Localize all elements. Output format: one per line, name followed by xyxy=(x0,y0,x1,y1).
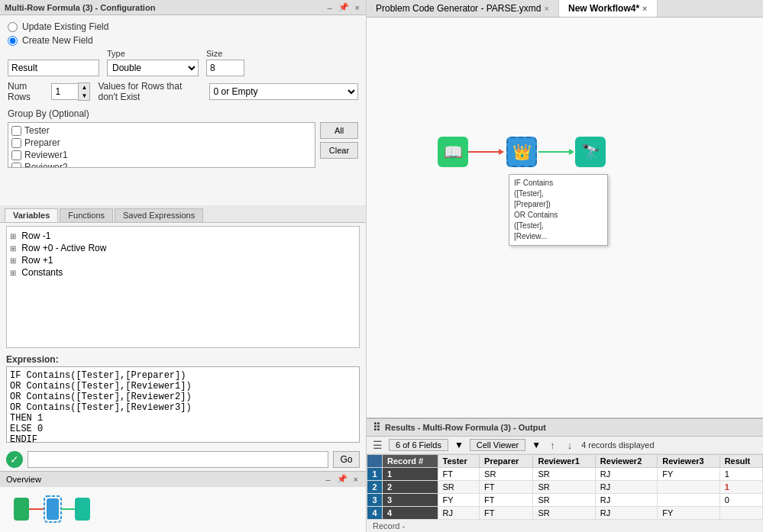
svg-rect-5 xyxy=(75,498,90,521)
reviewer1-checkbox[interactable] xyxy=(11,150,21,160)
result-cell: 0 xyxy=(719,494,762,507)
tester-label: Tester xyxy=(24,125,50,136)
create-new-radio[interactable] xyxy=(8,36,18,46)
checkbox-tester: Tester xyxy=(10,124,313,137)
check-icon: ✓ xyxy=(6,451,23,468)
tab-saved-expressions[interactable]: Saved Expressions xyxy=(115,208,203,222)
record-cell: 2 xyxy=(383,481,438,494)
records-info: 4 records displayed xyxy=(581,440,654,450)
svg-rect-0 xyxy=(14,498,29,521)
expander-icon4: ⊞ xyxy=(10,269,16,277)
numrows-input[interactable] xyxy=(51,83,78,100)
values-select[interactable]: 0 or Empty Null Use Row Value xyxy=(209,83,358,100)
dots-icon: ⠿ xyxy=(373,421,380,434)
reviewer1-cell: SR xyxy=(533,494,595,507)
overview-minimize[interactable]: – xyxy=(324,474,331,484)
reviewer2-cell: RJ xyxy=(595,481,657,494)
sort-asc-btn[interactable]: ↑ xyxy=(547,440,558,451)
spinner-buttons: ▲ ▼ xyxy=(78,82,90,101)
field-name-input[interactable] xyxy=(8,60,99,76)
expression-textarea[interactable]: IF Contains([Tester],[Preparer]) OR Cont… xyxy=(6,366,360,443)
workflow-node-reader[interactable]: 📖 xyxy=(438,137,468,167)
left-panel-titlebar: Multi-Row Formula (3) - Configuration – … xyxy=(0,0,366,15)
size-group: Size xyxy=(206,49,244,76)
close-left-btn[interactable]: × xyxy=(354,2,361,12)
spinner-down[interactable]: ▼ xyxy=(79,92,89,100)
go-row: ✓ Go xyxy=(6,451,360,468)
create-new-label: Create New Field xyxy=(22,35,93,46)
field-config-row: Type Double Float Int32 String Size xyxy=(8,49,358,76)
browse-node-icon: 🔭 xyxy=(575,137,606,167)
size-input[interactable] xyxy=(206,60,244,76)
overview-close[interactable]: × xyxy=(352,474,360,484)
cell-viewer-dropdown: ▼ xyxy=(532,440,541,450)
tester-checkbox[interactable] xyxy=(11,126,21,136)
tab-parse-workflow[interactable]: Problem Code Generator - PARSE.yxmd × xyxy=(367,0,559,17)
update-existing-radio[interactable] xyxy=(8,22,18,32)
sort-desc-btn[interactable]: ↓ xyxy=(564,440,576,451)
type-label: Type xyxy=(107,49,199,58)
preparer-cell: FT xyxy=(480,481,533,494)
overview-label: Overview xyxy=(6,475,41,484)
new-workflow-close[interactable]: × xyxy=(642,4,647,13)
results-panel: ⠿ Results - Multi-Row Formula (3) - Outp… xyxy=(367,418,763,532)
tree-row-minus1[interactable]: ⊞ Row -1 xyxy=(10,230,356,242)
tree-row-plus0[interactable]: ⊞ Row +0 - Active Row xyxy=(10,242,356,254)
left-panel-title: Multi-Row Formula (3) - Configuration xyxy=(5,3,155,12)
record-cell: 3 xyxy=(383,494,438,507)
tab-new-workflow[interactable]: New Workflow4* × xyxy=(559,0,658,17)
checkbox-reviewer1: Reviewer1 xyxy=(10,149,313,161)
field-name-group xyxy=(8,60,99,76)
create-new-row: Create New Field xyxy=(8,35,358,46)
bottom-preview xyxy=(0,486,366,532)
parse-tab-label: Problem Code Generator - PARSE.yxmd xyxy=(376,3,542,14)
variables-tree: ⊞ Row -1 ⊞ Row +0 - Active Row ⊞ Row +1 … xyxy=(6,226,360,348)
pin-btn[interactable]: 📌 xyxy=(337,2,351,12)
tab-functions[interactable]: Functions xyxy=(60,208,113,222)
row-num: 1 xyxy=(367,468,383,481)
group-by-label: Group By (Optional) xyxy=(8,108,358,119)
minimize-btn[interactable]: – xyxy=(325,2,333,12)
data-table: Record # Tester Preparer Reviewer1 Revie… xyxy=(367,454,763,519)
col-header-preparer: Preparer xyxy=(480,455,533,468)
col-header-reviewer3: Reviewer3 xyxy=(658,455,719,468)
dropdown-icon: ▼ xyxy=(454,440,464,450)
spinner-up[interactable]: ▲ xyxy=(79,83,89,92)
all-button[interactable]: All xyxy=(320,122,358,139)
reviewer1-cell: SR xyxy=(533,481,595,494)
group-buttons: All Clear xyxy=(320,122,358,168)
group-by-container: Tester Preparer Reviewer1 Reviewer2 xyxy=(8,122,358,168)
result-cell: 1 xyxy=(719,481,762,494)
type-select[interactable]: Double Float Int32 String xyxy=(107,60,199,76)
col-header-reviewer1: Reviewer1 xyxy=(533,455,595,468)
record-label: Record - xyxy=(373,521,405,530)
record-cell: 1 xyxy=(383,468,438,481)
tree-constants[interactable]: ⊞ Constants xyxy=(10,266,356,279)
cell-viewer-button[interactable]: Cell Viewer xyxy=(470,439,525,451)
workflow-canvas[interactable]: 📖 👑 🔭 IF Contains([Tester],[Preparer])OR… xyxy=(367,18,763,418)
workflow-node-formula[interactable]: 👑 xyxy=(506,137,537,167)
clear-button[interactable]: Clear xyxy=(320,142,358,159)
reviewer2-cell: RJ xyxy=(595,494,657,507)
numrows-row: Num Rows ▲ ▼ Values for Rows that don't … xyxy=(8,81,358,102)
workflow-node-browse[interactable]: 🔭 xyxy=(575,137,606,167)
go-input[interactable] xyxy=(27,451,328,468)
tester-cell: SR xyxy=(438,481,480,494)
record-footer: Record - xyxy=(367,519,763,532)
update-existing-label: Update Existing Field xyxy=(22,21,108,32)
parse-tab-close[interactable]: × xyxy=(545,4,549,13)
reviewer1-label: Reviewer1 xyxy=(24,150,68,160)
overview-svg xyxy=(6,490,128,528)
overview-pin[interactable]: 📌 xyxy=(335,474,349,484)
results-title-bar: ⠿ Results - Multi-Row Formula (3) - Outp… xyxy=(367,419,763,437)
col-header-reviewer2: Reviewer2 xyxy=(595,455,657,468)
preparer-checkbox[interactable] xyxy=(11,138,21,148)
tree-row-plus1[interactable]: ⊞ Row +1 xyxy=(10,254,356,266)
fields-button[interactable]: 6 of 6 Fields xyxy=(389,439,448,451)
tab-variables[interactable]: Variables xyxy=(5,208,58,222)
results-toolbar: ☰ 6 of 6 Fields ▼ Cell Viewer ▼ ↑ ↓ 4 re… xyxy=(367,437,763,454)
reviewer2-checkbox[interactable] xyxy=(11,163,21,169)
go-button[interactable]: Go xyxy=(333,451,360,468)
results-title: Results - Multi-Row Formula (3) - Output xyxy=(385,423,546,432)
result-cell: 1 xyxy=(719,468,762,481)
